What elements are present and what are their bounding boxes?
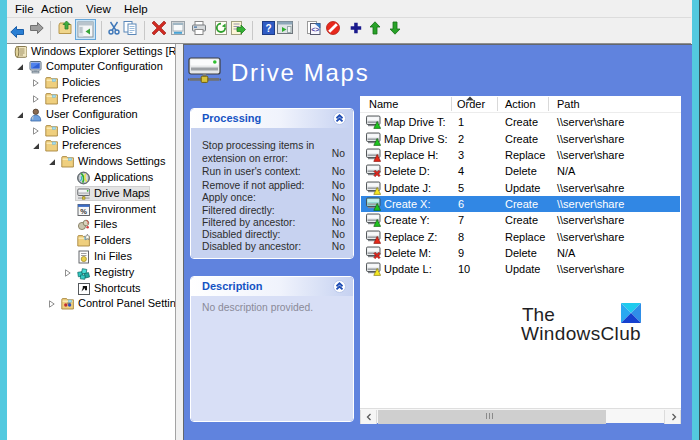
svg-text:?: ? xyxy=(265,23,271,34)
svg-text:%: % xyxy=(80,207,87,216)
svg-text:<>: <> xyxy=(311,26,319,33)
